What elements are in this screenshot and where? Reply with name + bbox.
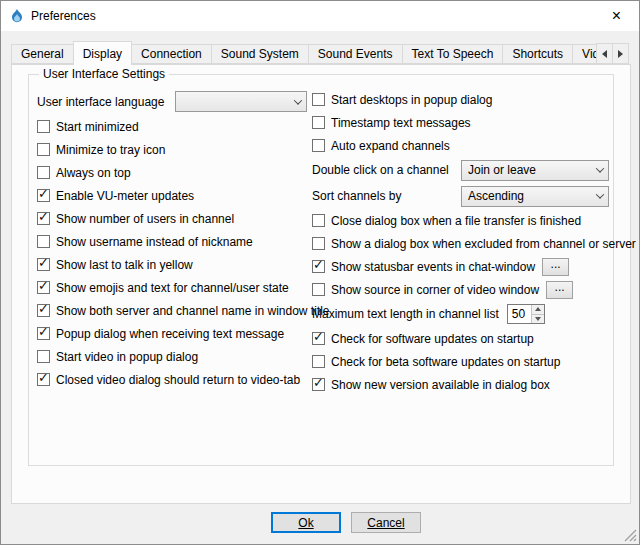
checkbox-label: Close dialog box when a file transfer is… <box>331 214 581 228</box>
checkbox-row: Show a dialog box when excluded from cha… <box>312 232 609 255</box>
more-options-button[interactable]: ... <box>546 281 573 299</box>
more-options-button[interactable]: ... <box>542 258 569 276</box>
checkbox[interactable] <box>312 378 325 391</box>
dropdown-value: Join or leave <box>468 163 536 177</box>
dialog-footer: Ok Cancel <box>271 512 421 533</box>
tab-bar: General Display Connection Sound System … <box>11 40 629 65</box>
spinbox-value: 50 <box>508 305 531 323</box>
checkbox[interactable] <box>312 139 325 152</box>
checkbox-label: Show number of users in channel <box>56 212 234 226</box>
checkbox[interactable] <box>37 235 50 248</box>
close-button[interactable]: × <box>594 1 639 30</box>
checkbox[interactable] <box>312 214 325 227</box>
checkbox[interactable] <box>37 350 50 363</box>
tab-scroll-right-button[interactable] <box>612 43 629 64</box>
tab[interactable]: Sound System <box>211 44 309 64</box>
tab-label: General <box>21 47 64 61</box>
checkbox-label: Show statusbar events in chat-window <box>331 260 535 274</box>
checkmark-icon <box>38 278 49 293</box>
checkbox-row: Show username instead of nickname <box>37 230 313 253</box>
right-checkbox-list-bottom: Check for software updates on startup Ch… <box>312 327 609 396</box>
checkbox[interactable] <box>37 327 50 340</box>
tab[interactable]: Connection <box>131 44 212 64</box>
checkbox-label: Closed video dialog should return to vid… <box>56 373 300 387</box>
chevron-down-icon <box>596 190 604 198</box>
chevron-down-icon <box>294 96 302 104</box>
checkbox-label: Start video in popup dialog <box>56 350 198 364</box>
checkbox[interactable] <box>37 143 50 156</box>
checkmark-icon <box>313 257 324 272</box>
right-checkbox-list-top: Start desktops in popup dialog Timestamp… <box>312 88 609 157</box>
language-dropdown[interactable] <box>175 91 307 112</box>
tab[interactable]: Sound Events <box>308 44 403 64</box>
spin-down-button[interactable] <box>532 315 544 324</box>
combo-row: Sort channels by Ascending <box>312 183 609 209</box>
checkbox-label: Auto expand channels <box>331 139 450 153</box>
combo-label: Sort channels by <box>312 189 461 203</box>
tab[interactable]: Text To Speech <box>402 44 504 64</box>
arrow-down-icon <box>535 317 541 321</box>
tab[interactable]: Display <box>73 41 132 65</box>
checkbox-row: Minimize to tray icon <box>37 138 313 161</box>
chevron-down-icon <box>596 164 604 172</box>
app-icon <box>9 8 25 24</box>
checkbox-row: Close dialog box when a file transfer is… <box>312 209 609 232</box>
display-tab-page: User Interface Settings User interface l… <box>11 64 631 504</box>
checkbox-row: Check for software updates on startup <box>312 327 609 350</box>
checkbox[interactable] <box>37 258 50 271</box>
window-title: Preferences <box>31 9 96 23</box>
checkbox[interactable] <box>37 189 50 202</box>
checkbox[interactable] <box>312 116 325 129</box>
title-bar: Preferences × <box>1 1 639 31</box>
dropdown[interactable]: Join or leave <box>461 160 609 181</box>
checkbox-row: Show emojis and text for channel/user st… <box>37 276 313 299</box>
checkbox[interactable] <box>37 212 50 225</box>
checkbox-label: Show both server and channel name in win… <box>56 304 330 318</box>
checkbox-label: Check for software updates on startup <box>331 332 534 346</box>
checkbox[interactable] <box>312 93 325 106</box>
preferences-dialog: Preferences × General Display Connection… <box>0 0 640 545</box>
tab-label: Sound System <box>221 47 299 61</box>
spinbox-buttons <box>531 305 544 323</box>
checkbox[interactable] <box>37 304 50 317</box>
checkbox[interactable] <box>37 120 50 133</box>
checkbox-label: Check for beta software updates on start… <box>331 355 560 369</box>
ok-button[interactable]: Ok <box>271 512 341 533</box>
checkbox-row: Show both server and channel name in win… <box>37 299 313 322</box>
right-combo-list: Double click on a channel Join or leave … <box>312 157 609 209</box>
tab-label: Display <box>83 47 122 61</box>
cancel-button[interactable]: Cancel <box>351 512 421 533</box>
checkbox[interactable] <box>312 332 325 345</box>
checkbox-row: Show new version available in dialog box <box>312 373 609 396</box>
spin-up-button[interactable] <box>532 305 544 315</box>
combo-label: Double click on a channel <box>312 163 461 177</box>
checkmark-icon <box>38 209 49 224</box>
max-text-length-spinbox[interactable]: 50 <box>507 304 545 324</box>
resize-grip[interactable] <box>624 529 637 542</box>
checkbox[interactable] <box>312 355 325 368</box>
tab-label: Shortcuts <box>512 47 563 61</box>
checkbox-row: Closed video dialog should return to vid… <box>37 368 313 391</box>
checkbox-label: Show a dialog box when excluded from cha… <box>331 237 636 251</box>
left-column: User interface language Start minimized <box>37 88 313 391</box>
tab-label: Sound Events <box>318 47 393 61</box>
checkbox[interactable] <box>37 281 50 294</box>
right-column: Start desktops in popup dialog Timestamp… <box>312 88 609 396</box>
chevron-right-icon <box>618 50 623 58</box>
close-icon: × <box>612 7 621 25</box>
checkmark-icon <box>38 370 49 385</box>
tab-label: Connection <box>141 47 202 61</box>
left-checkbox-list: Start minimized Minimize to tray icon Al… <box>37 115 313 391</box>
checkbox-row: Show statusbar events in chat-window ... <box>312 255 609 278</box>
right-checkbox-list-mid: Close dialog box when a file transfer is… <box>312 209 609 301</box>
checkbox-row: Start video in popup dialog <box>37 345 313 368</box>
tab[interactable]: General <box>11 44 74 64</box>
tab[interactable]: Shortcuts <box>502 44 573 64</box>
checkbox[interactable] <box>312 260 325 273</box>
checkbox[interactable] <box>37 166 50 179</box>
checkbox[interactable] <box>312 283 325 296</box>
checkbox[interactable] <box>37 373 50 386</box>
tab-scroll-left-button[interactable] <box>596 43 613 64</box>
dropdown[interactable]: Ascending <box>461 186 609 207</box>
checkbox[interactable] <box>312 237 325 250</box>
